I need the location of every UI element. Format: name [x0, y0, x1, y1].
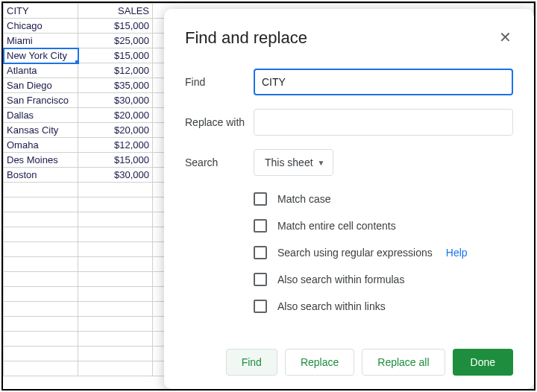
cell-sales[interactable]: $15,000 — [78, 153, 153, 168]
links-label: Also search within links — [277, 300, 386, 312]
header-city[interactable]: CITY — [4, 4, 78, 19]
cell-city[interactable]: Atlanta — [4, 63, 78, 78]
cell-city[interactable]: Miami — [4, 34, 78, 48]
cell-sales[interactable]: $25,000 — [78, 34, 153, 48]
formulas-checkbox[interactable] — [254, 273, 267, 286]
formulas-label: Also search within formulas — [277, 274, 404, 285]
cell-city[interactable]: Boston — [4, 168, 78, 183]
find-replace-dialog: Find and replace ✕ Find Replace with Sea… — [164, 9, 534, 389]
cell-sales[interactable]: $15,000 — [78, 48, 153, 63]
cell-city[interactable]: Kansas City — [4, 123, 78, 138]
regex-help-link[interactable]: Help — [446, 247, 468, 259]
find-button[interactable]: Find — [226, 349, 277, 376]
cell-sales[interactable]: $12,000 — [78, 63, 153, 78]
cell-sales[interactable]: $30,000 — [78, 93, 153, 108]
cell-sales[interactable]: $15,000 — [78, 19, 153, 34]
search-label: Search — [185, 157, 254, 168]
chevron-down-icon: ▼ — [318, 159, 325, 167]
replace-button[interactable]: Replace — [285, 349, 354, 376]
cell-sales[interactable]: $12,000 — [78, 138, 153, 153]
dialog-title: Find and replace — [185, 28, 307, 48]
match-case-label: Match case — [277, 193, 331, 205]
cell-city[interactable]: Dallas — [4, 108, 78, 123]
replace-label: Replace with — [185, 116, 254, 128]
cell-city-selected[interactable]: New York City — [4, 48, 78, 63]
cell-sales[interactable]: $35,000 — [78, 78, 153, 93]
cell-sales[interactable]: $20,000 — [78, 108, 153, 123]
match-case-checkbox[interactable] — [254, 192, 267, 206]
find-input[interactable] — [254, 69, 513, 95]
regex-checkbox[interactable] — [254, 246, 267, 259]
cell-city[interactable]: Omaha — [4, 138, 78, 153]
match-entire-label: Match entire cell contents — [277, 220, 396, 232]
match-entire-checkbox[interactable] — [254, 219, 267, 233]
replace-input[interactable] — [254, 109, 513, 136]
close-icon[interactable]: ✕ — [497, 28, 513, 46]
search-scope-value: This sheet — [265, 157, 313, 168]
replace-all-button[interactable]: Replace all — [362, 349, 445, 376]
cell-city[interactable]: Chicago — [4, 19, 78, 34]
cell-sales[interactable]: $20,000 — [78, 123, 153, 138]
header-sales[interactable]: SALES — [78, 4, 153, 19]
search-scope-dropdown[interactable]: This sheet ▼ — [254, 149, 333, 176]
regex-label: Search using regular expressions — [277, 247, 433, 259]
find-label: Find — [185, 76, 254, 88]
done-button[interactable]: Done — [453, 349, 513, 376]
cell-city[interactable]: San Diego — [4, 78, 78, 93]
cell-sales[interactable]: $30,000 — [78, 168, 153, 183]
cell-city[interactable]: San Francisco — [4, 93, 78, 108]
links-checkbox[interactable] — [254, 300, 267, 313]
cell-city[interactable]: Des Moines — [4, 153, 78, 168]
